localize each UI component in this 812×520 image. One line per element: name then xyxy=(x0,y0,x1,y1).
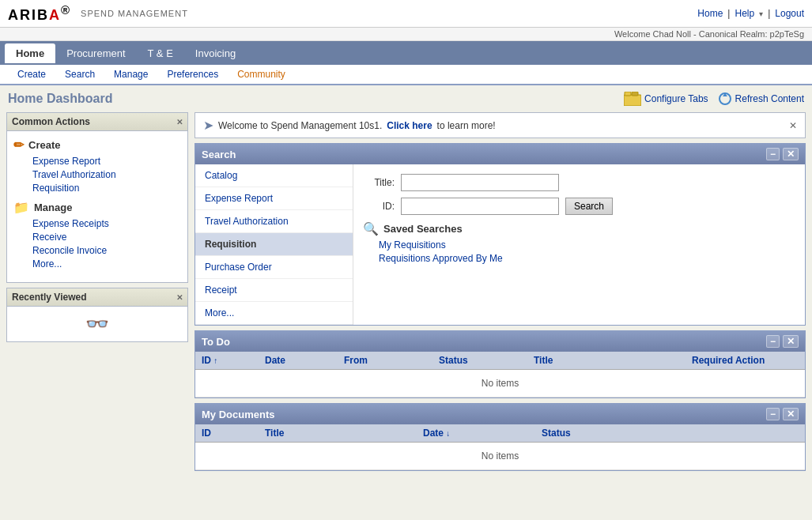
search-button[interactable]: Search xyxy=(565,198,613,215)
search-body: Catalog Expense Report Travel Authorizat… xyxy=(195,164,805,325)
id-input[interactable] xyxy=(401,198,559,215)
tab-procurement[interactable]: Procurement xyxy=(55,43,136,63)
search-cat-travel[interactable]: Travel Authorization xyxy=(195,210,353,233)
left-panel: Common Actions ✕ ✏ Create Expense Report… xyxy=(6,112,188,520)
click-here-link[interactable]: Click here xyxy=(387,120,432,131)
title-input[interactable] xyxy=(401,174,559,191)
top-bar: ARIBA® SPEND MANAGEMENT Home | Help ▾ | … xyxy=(0,0,812,28)
svg-rect-0 xyxy=(624,95,641,106)
saved-search-approved[interactable]: Requisitions Approved By Me xyxy=(363,253,795,264)
logo-ariba: ARIBA® xyxy=(8,3,71,24)
saved-search-my-req[interactable]: My Requisitions xyxy=(363,239,795,251)
search-cat-receipt[interactable]: Receipt xyxy=(195,279,353,302)
mydocs-table-header: ID Title Date ↓ Status xyxy=(195,424,805,443)
mydocs-col-title[interactable]: Title xyxy=(265,428,423,439)
travel-auth-link[interactable]: Travel Authorization xyxy=(32,169,181,180)
subnav-search[interactable]: Search xyxy=(55,66,104,83)
search-section-header: Search − ✕ xyxy=(195,144,805,164)
sub-nav: Create Search Manage Preferences Communi… xyxy=(0,65,812,85)
todo-table-header: ID ↑ Date From Status Title Required Act… xyxy=(195,352,805,370)
todo-col-id[interactable]: ID ↑ xyxy=(202,355,265,366)
search-minimize-btn[interactable]: − xyxy=(766,148,780,160)
subnav-community[interactable]: Community xyxy=(228,66,295,83)
todo-col-date[interactable]: Date xyxy=(265,355,344,366)
welcome-banner: ➤ Welcome to Spend Management 10s1. Clic… xyxy=(195,112,806,138)
subnav-create[interactable]: Create xyxy=(8,66,55,83)
reconcile-invoice-link[interactable]: Reconcile Invoice xyxy=(32,245,181,256)
home-link[interactable]: Home xyxy=(697,8,723,19)
search-cat-more[interactable]: More... xyxy=(195,302,353,325)
svg-rect-2 xyxy=(632,92,638,96)
recently-viewed-header: Recently Viewed ✕ xyxy=(7,288,187,307)
todo-section-controls: − ✕ xyxy=(766,335,799,348)
sep1: | xyxy=(727,8,730,19)
id-label: ID: xyxy=(363,201,395,212)
todo-section: To Do − ✕ ID ↑ Date From Status Title Re… xyxy=(195,330,806,398)
top-links: Home | Help ▾ | Logout xyxy=(697,8,804,19)
refresh-icon xyxy=(718,92,732,106)
refresh-content-label: Refresh Content xyxy=(735,93,804,104)
help-link[interactable]: Help xyxy=(735,8,754,19)
common-actions-body: ✏ Create Expense Report Travel Authoriza… xyxy=(7,131,187,282)
main-content: Common Actions ✕ ✏ Create Expense Report… xyxy=(0,109,812,520)
id-row: ID: Search xyxy=(363,198,795,215)
common-actions-close-icon[interactable]: ✕ xyxy=(176,118,183,126)
manage-more-link[interactable]: More... xyxy=(32,258,181,269)
search-cat-expense[interactable]: Expense Report xyxy=(195,187,353,210)
manage-group-title: 📁 Manage xyxy=(13,200,181,215)
mydocs-col-id[interactable]: ID xyxy=(202,428,265,439)
subnav-preferences[interactable]: Preferences xyxy=(157,66,228,83)
welcome-arrow-icon: ➤ xyxy=(203,118,213,133)
todo-col-from[interactable]: From xyxy=(344,355,439,366)
tab-invoicing[interactable]: Invoicing xyxy=(184,43,247,63)
logout-link[interactable]: Logout xyxy=(775,8,804,19)
mydocs-no-items: No items xyxy=(195,443,805,470)
search-cat-po[interactable]: Purchase Order xyxy=(195,256,353,279)
recently-viewed-title: Recently Viewed xyxy=(12,292,87,303)
configure-tabs-button[interactable]: Configure Tabs xyxy=(624,92,708,106)
svg-rect-1 xyxy=(625,92,631,96)
welcome-banner-close[interactable]: ✕ xyxy=(789,120,797,131)
my-documents-controls: − ✕ xyxy=(766,408,799,420)
requisition-link[interactable]: Requisition xyxy=(32,183,181,194)
pencil-icon: ✏ xyxy=(13,138,24,153)
search-form: Title: ID: Search xyxy=(363,174,795,215)
search-section-title: Search xyxy=(202,149,236,160)
receive-link[interactable]: Receive xyxy=(32,232,181,243)
search-close-btn[interactable]: ✕ xyxy=(783,148,799,160)
subnav-manage[interactable]: Manage xyxy=(104,66,157,83)
saved-searches-label: Saved Searches xyxy=(383,223,463,235)
magnifier-icon: 🔍 xyxy=(363,221,379,236)
title-label: Title: xyxy=(363,177,395,188)
todo-col-status[interactable]: Status xyxy=(439,355,534,366)
expense-report-link[interactable]: Expense Report xyxy=(32,156,181,167)
create-title: Create xyxy=(28,139,60,151)
recently-viewed-close-icon[interactable]: ✕ xyxy=(176,293,183,302)
search-cat-catalog[interactable]: Catalog xyxy=(195,164,353,187)
mydocs-col-date[interactable]: Date ↓ xyxy=(423,428,542,439)
search-section: Search − ✕ Catalog Expense Report Travel… xyxy=(195,143,806,326)
tab-home[interactable]: Home xyxy=(5,43,55,63)
recently-viewed-widget: Recently Viewed ✕ 👓 xyxy=(6,288,188,342)
create-group: ✏ Create Expense Report Travel Authoriza… xyxy=(13,138,181,194)
common-actions-widget: Common Actions ✕ ✏ Create Expense Report… xyxy=(6,112,188,283)
my-documents-section: My Documents − ✕ ID Title Date ↓ Status … xyxy=(195,403,806,471)
todo-col-action[interactable]: Required Action xyxy=(692,355,799,366)
mydocs-minimize-btn[interactable]: − xyxy=(766,408,780,420)
refresh-content-button[interactable]: Refresh Content xyxy=(718,92,804,106)
mydocs-col-status[interactable]: Status xyxy=(542,428,799,439)
todo-minimize-btn[interactable]: − xyxy=(766,335,780,348)
todo-no-items: No items xyxy=(195,370,805,398)
todo-close-btn[interactable]: ✕ xyxy=(783,335,799,348)
todo-col-title[interactable]: Title xyxy=(534,355,692,366)
logo: ARIBA® SPEND MANAGEMENT xyxy=(8,3,188,24)
welcome-text: Welcome Chad Noll - Canonical Realm: p2p… xyxy=(614,29,804,39)
todo-section-title: To Do xyxy=(202,336,230,348)
folder-icon: 📁 xyxy=(13,200,29,215)
expense-receipts-link[interactable]: Expense Receipts xyxy=(32,218,181,229)
search-cat-requisition[interactable]: Requisition xyxy=(195,233,353,256)
welcome-banner-suffix: to learn more! xyxy=(437,120,496,131)
tab-te[interactable]: T & E xyxy=(137,43,184,63)
right-panel: ➤ Welcome to Spend Management 10s1. Clic… xyxy=(195,112,806,520)
mydocs-close-btn[interactable]: ✕ xyxy=(783,408,799,420)
